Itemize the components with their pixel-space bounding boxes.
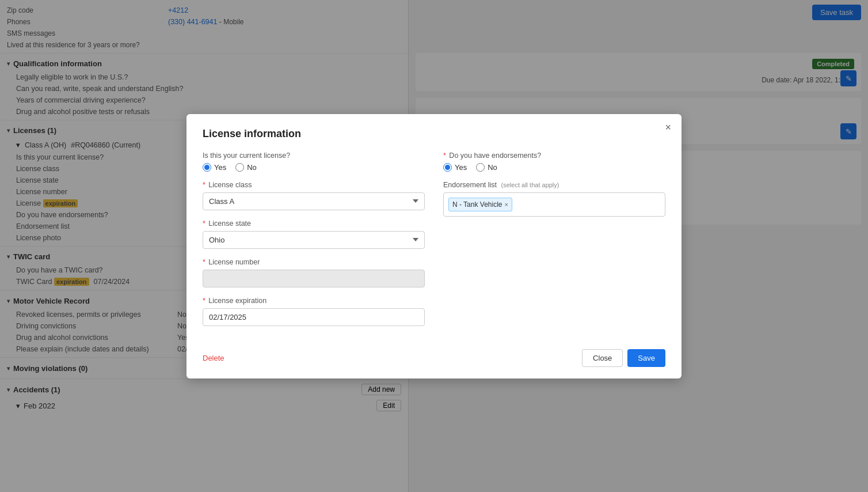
current-license-group: Is this your current license? Yes No <box>203 152 425 172</box>
endorsements-yes-option[interactable]: Yes <box>443 163 467 172</box>
license-number-required-star: * <box>203 258 205 266</box>
endorsement-list-group: Endorsement list (select all that apply)… <box>443 181 665 217</box>
license-class-select[interactable]: Class A Class B Class C <box>203 192 425 210</box>
license-state-label: * License state <box>203 219 425 228</box>
modal-left-column: Is this your current license? Yes No <box>203 152 425 335</box>
current-license-no-radio[interactable] <box>235 163 244 172</box>
license-information-modal: License information × Is this your curre… <box>186 114 682 379</box>
license-class-required-star: * <box>203 181 205 189</box>
endorsements-question-label: * Do you have endorsements? <box>443 152 665 160</box>
endorsements-radio-group: Yes No <box>443 163 665 172</box>
license-class-label: * License class <box>203 181 425 189</box>
current-license-yes-label: Yes <box>214 163 226 172</box>
modal-footer: Delete Close Save <box>203 349 665 367</box>
current-license-no-label: No <box>247 163 257 172</box>
license-number-group: * License number <box>203 258 425 287</box>
current-license-label: Is this your current license? <box>203 152 425 160</box>
modal-close-button[interactable]: × <box>665 122 671 133</box>
footer-buttons: Close Save <box>582 349 665 367</box>
license-number-label: * License number <box>203 258 425 266</box>
endorsements-required-star: * <box>443 152 446 160</box>
endorsement-list-note: (select all that apply) <box>501 181 559 188</box>
license-state-select[interactable]: Ohio Michigan Indiana Kentucky <box>203 231 425 249</box>
modal-overlay: License information × Is this your curre… <box>0 0 868 492</box>
modal-right-column: * Do you have endorsements? Yes No <box>443 152 665 335</box>
license-class-group: * License class Class A Class B Class C <box>203 181 425 210</box>
endorsements-no-label: No <box>488 163 497 172</box>
modal-title: License information <box>203 128 665 140</box>
current-license-no-option[interactable]: No <box>235 163 257 172</box>
modal-body: Is this your current license? Yes No <box>203 152 665 335</box>
current-license-yes-option[interactable]: Yes <box>203 163 226 172</box>
endorsement-tag-remove-0[interactable]: × <box>505 201 508 208</box>
save-button[interactable]: Save <box>627 349 665 367</box>
license-expiration-label: * License expiration <box>203 297 425 305</box>
endorsements-yes-radio[interactable] <box>443 163 452 172</box>
license-expiration-input[interactable] <box>203 308 425 326</box>
page-background: Zip code +4212 Phones (330) 441-6941 - M… <box>0 0 868 492</box>
license-state-required-star: * <box>203 219 205 228</box>
endorsement-list-box[interactable]: N - Tank Vehicle × <box>443 192 665 217</box>
license-number-input[interactable] <box>203 270 425 287</box>
current-license-radio-group: Yes No <box>203 163 425 172</box>
endorsements-group: * Do you have endorsements? Yes No <box>443 152 665 172</box>
endorsement-list-label: Endorsement list (select all that apply) <box>443 181 665 189</box>
delete-button[interactable]: Delete <box>203 354 224 362</box>
license-expiration-group: * License expiration <box>203 297 425 326</box>
close-button[interactable]: Close <box>582 349 623 367</box>
endorsements-no-radio[interactable] <box>476 163 485 172</box>
endorsements-no-option[interactable]: No <box>476 163 497 172</box>
endorsement-tag-label-0: N - Tank Vehicle <box>452 200 502 209</box>
endorsements-yes-label: Yes <box>455 163 467 172</box>
endorsement-tag-0: N - Tank Vehicle × <box>448 198 512 211</box>
current-license-yes-radio[interactable] <box>203 163 211 172</box>
license-state-group: * License state Ohio Michigan Indiana Ke… <box>203 219 425 249</box>
license-expiration-required-star: * <box>203 297 205 305</box>
